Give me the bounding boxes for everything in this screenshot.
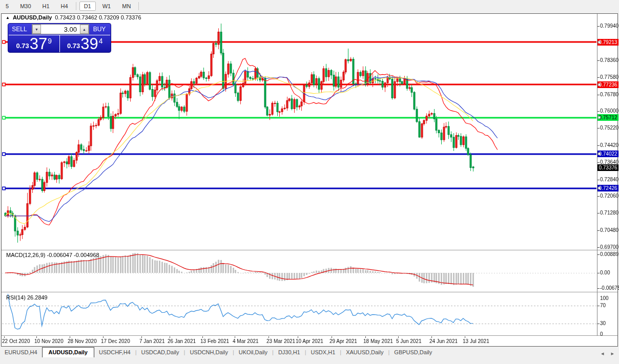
date-tick-label: 13 Feb 2021 xyxy=(200,338,229,344)
level-price-badge[interactable]: 0.75712 xyxy=(597,114,618,121)
macd-axis-label: -0.006758 xyxy=(600,285,619,291)
level-price-badge[interactable]: 0.72426 xyxy=(597,185,618,191)
level-drag-knob[interactable] xyxy=(598,116,601,119)
rsi-indicator-label: RSI(14) 26.2849 xyxy=(6,294,48,301)
level-drag-knob[interactable] xyxy=(598,83,601,86)
level-drag-knob[interactable] xyxy=(598,153,601,155)
level-price-badge[interactable]: 0.77236 xyxy=(597,81,618,88)
macd-axis-label: 0.008892 xyxy=(600,251,619,257)
rsi-axis-label: 0 xyxy=(600,331,603,337)
buy-price-big: 39 xyxy=(80,37,98,51)
price-tick-label: 0.70480 xyxy=(600,227,618,233)
level-price-badge[interactable]: 0.74022 xyxy=(597,151,618,157)
sell-price-sup: 9 xyxy=(48,37,52,45)
rsi-axis-label: 100 xyxy=(600,295,609,301)
price-tick-label: 0.78360 xyxy=(600,57,618,63)
price-tick-label: 0.72060 xyxy=(600,193,618,199)
rsi-dateaxis-separator xyxy=(2,335,617,336)
buy-price-button[interactable]: 0.73 39 4 xyxy=(60,35,111,52)
sell-price-button[interactable]: 0.73 37 9 xyxy=(9,35,60,52)
macd-rsi-separator[interactable] xyxy=(2,292,617,293)
chart-canvas[interactable] xyxy=(0,0,619,364)
macd-indicator-label: MACD(12,26,9) -0.006047 -0.004968 xyxy=(6,252,99,258)
price-tick-label: 0.76780 xyxy=(600,92,618,97)
date-tick-label: 10 Nov 2020 xyxy=(34,338,64,344)
price-tick-label: 0.76000 xyxy=(600,108,618,114)
date-tick-label: 28 Nov 2020 xyxy=(68,338,97,344)
volume-input[interactable]: 3.00 xyxy=(41,25,80,34)
price-tick-label: 0.71280 xyxy=(600,210,618,216)
date-tick-label: 29 Apr 2021 xyxy=(329,338,357,344)
volume-stepper: ▼ 3.00 ▲ xyxy=(32,24,89,34)
collapse-window-icon[interactable]: ▲ xyxy=(6,15,10,20)
price-tick-label: 0.69700 xyxy=(600,244,618,250)
rsi-axis-label: 30 xyxy=(600,320,606,326)
level-price-badge[interactable]: 0.79213 xyxy=(597,39,618,46)
date-tick-label: 24 Jun 2021 xyxy=(429,338,458,344)
sell-price-big: 37 xyxy=(30,37,47,51)
chart-ohlc-values: 0.73423 0.73462 0.73209 0.73376 xyxy=(55,14,141,20)
date-tick-label: 26 Jan 2021 xyxy=(168,338,196,344)
buy-price-prefix: 0.73 xyxy=(67,42,80,50)
price-tick-label: 0.79940 xyxy=(600,23,618,29)
volume-decrease-icon[interactable]: ▼ xyxy=(32,25,41,34)
price-axis-line xyxy=(597,14,597,336)
chart-title: ▲ AUDUSD,Daily 0.73423 0.73462 0.73209 0… xyxy=(6,14,141,20)
buy-button[interactable]: BUY xyxy=(88,24,111,35)
date-tick-label: 17 Dec 2020 xyxy=(101,338,130,344)
volume-increase-icon[interactable]: ▲ xyxy=(80,25,89,34)
price-tick-label: 0.72840 xyxy=(600,177,618,182)
date-tick-label: 23 Mar 2021 xyxy=(266,338,295,344)
tabs-scroll-left-icon[interactable]: ◂ xyxy=(601,350,604,357)
sell-button[interactable]: SELL xyxy=(8,24,31,35)
level-drag-knob[interactable] xyxy=(598,41,601,44)
price-tick-label: 0.74420 xyxy=(600,142,618,148)
buy-price-sup: 4 xyxy=(99,37,103,45)
macd-axis-label: 0.00 xyxy=(600,270,610,275)
date-tick-label: 4 Mar 2021 xyxy=(233,338,259,344)
date-tick-label: 10 Apr 2021 xyxy=(296,338,323,344)
price-tick-label: 0.75220 xyxy=(600,125,618,131)
date-tick-label: 13 Jul 2021 xyxy=(463,338,489,344)
price-tick-label: 0.73640 xyxy=(600,159,618,165)
current-price-badge: 0.73376 xyxy=(597,164,618,171)
one-click-trade-panel: SELL BUY ▼ 3.00 ▲ 0.73 37 9 0.73 39 4 xyxy=(8,23,111,53)
rsi-axis-label: 70 xyxy=(600,303,606,308)
date-tick-label: 7 Jan 2021 xyxy=(139,338,165,344)
date-tick-label: 5 Jun 2021 xyxy=(396,338,422,344)
date-tick-label: 18 May 2021 xyxy=(363,338,393,344)
sell-price-prefix: 0.73 xyxy=(16,42,29,50)
chart-symbol-label: AUDUSD,Daily xyxy=(13,14,52,20)
price-tick-label: 0.77580 xyxy=(600,74,618,80)
tabs-scroll-right-icon[interactable]: ▸ xyxy=(611,350,614,357)
main-macd-separator[interactable] xyxy=(2,250,617,251)
date-tick-label: 22 Oct 2020 xyxy=(2,338,30,344)
level-drag-knob[interactable] xyxy=(598,187,601,189)
